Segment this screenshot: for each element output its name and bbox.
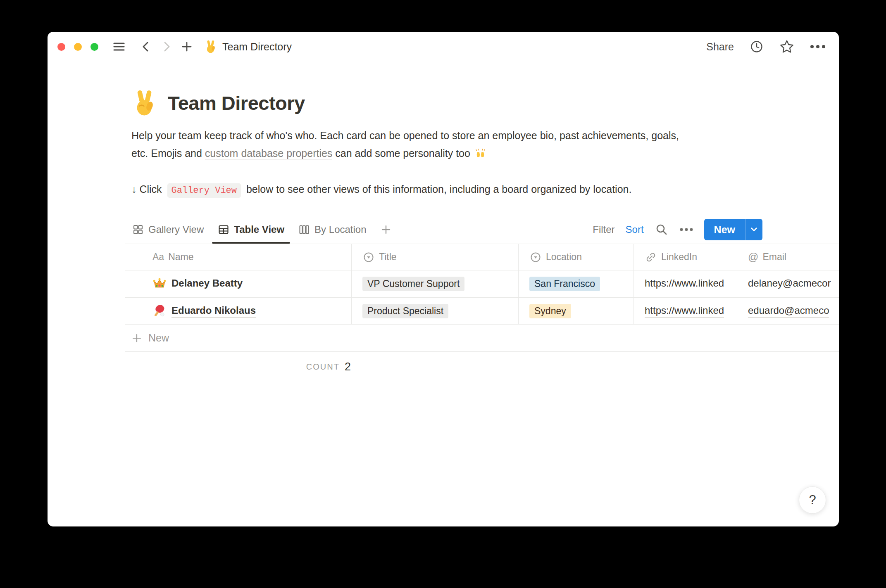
select-property-icon — [529, 251, 542, 263]
victory-hand-emoji[interactable] — [131, 90, 158, 116]
view-toolbar: Filter Sort New — [593, 219, 839, 240]
new-record-button[interactable]: New — [704, 219, 762, 240]
tip-code: Gallery View — [167, 183, 241, 198]
window-title: Team Directory — [222, 41, 292, 53]
share-button[interactable]: Share — [706, 41, 734, 53]
database-table: Aa Name Title Location LinkedIn — [125, 244, 839, 382]
column-label: Location — [546, 251, 582, 263]
views-bar: Gallery View Table View By Location Filt… — [125, 216, 839, 244]
name-cell[interactable]: Eduardo Nikolaus — [125, 298, 352, 324]
add-view-icon[interactable] — [381, 224, 391, 235]
close-window-button[interactable] — [57, 43, 65, 51]
tab-table-view[interactable]: Table View — [218, 216, 284, 244]
down-arrow: ↓ — [131, 183, 137, 195]
tip-line: ↓ Click Gallery View below to see other … — [131, 180, 631, 200]
forward-icon[interactable] — [161, 41, 172, 52]
email-link[interactable]: eduardo@acmeco — [748, 305, 829, 318]
tab-label: Gallery View — [148, 224, 204, 235]
column-label: Email — [762, 251, 786, 263]
record-name-link[interactable]: Eduardo Nikolaus — [171, 305, 256, 318]
column-label: Name — [168, 251, 193, 263]
help-button[interactable]: ? — [799, 486, 826, 514]
title-tag: VP Customer Support — [362, 277, 464, 291]
tab-by-location[interactable]: By Location — [298, 216, 366, 244]
help-icon: ? — [809, 493, 816, 507]
more-icon[interactable] — [810, 44, 826, 49]
search-icon[interactable] — [655, 223, 669, 237]
name-cell[interactable]: Delaney Beatty — [125, 270, 352, 297]
link-property-icon — [645, 251, 657, 263]
titlebar: Team Directory Share — [48, 32, 839, 62]
view-options-icon[interactable] — [679, 228, 693, 232]
at-property-icon: @ — [748, 251, 758, 263]
column-header-linkedin[interactable]: LinkedIn — [634, 244, 737, 270]
count-value: 2 — [345, 360, 351, 373]
column-header-name[interactable]: Aa Name — [125, 244, 352, 270]
email-link[interactable]: delaney@acmecor — [748, 277, 831, 290]
star-icon[interactable] — [779, 39, 794, 54]
table-view-icon — [218, 224, 229, 235]
description-link[interactable]: custom database properties — [205, 147, 333, 159]
count-row[interactable]: COUNT 2 — [125, 352, 352, 382]
record-name-link[interactable]: Delaney Beatty — [171, 277, 243, 290]
traffic-lights — [57, 43, 98, 51]
select-property-icon — [362, 251, 375, 263]
gallery-view-icon — [132, 224, 144, 235]
linkedin-link[interactable]: https://www.linked — [645, 305, 724, 318]
linkedin-cell[interactable]: https://www.linked — [634, 298, 737, 324]
table-row: Delaney Beatty VP Customer Support San F… — [125, 270, 839, 298]
page-header: Team Directory — [131, 90, 305, 116]
crown-emoji — [152, 277, 167, 291]
column-header-email[interactable]: @ Email — [737, 244, 839, 270]
raising-hands-emoji — [475, 148, 486, 159]
table-header-row: Aa Name Title Location LinkedIn — [125, 244, 839, 270]
add-row-label: New — [148, 332, 169, 344]
location-tag: San Francisco — [529, 277, 600, 291]
location-cell[interactable]: Sydney — [519, 298, 634, 324]
count-label: COUNT — [306, 362, 340, 372]
email-cell[interactable]: delaney@acmecor — [737, 270, 839, 297]
location-cell[interactable]: San Francisco — [519, 270, 634, 297]
ping-pong-emoji — [152, 304, 167, 318]
description-text-after: can add some personality too — [332, 147, 473, 159]
table-row: Eduardo Nikolaus Product Specialist Sydn… — [125, 298, 839, 325]
page-title: Team Directory — [168, 92, 305, 114]
title-cell[interactable]: VP Customer Support — [352, 270, 519, 297]
plus-icon — [131, 333, 142, 344]
new-record-button-label[interactable]: New — [704, 219, 745, 240]
location-tag: Sydney — [529, 304, 571, 318]
linkedin-link[interactable]: https://www.linked — [645, 277, 724, 290]
title-tag: Product Specialist — [362, 304, 448, 318]
clock-icon[interactable] — [750, 40, 764, 54]
minimize-window-button[interactable] — [74, 43, 82, 51]
app-window: Team Directory Share Team Direc — [48, 32, 839, 526]
sort-button[interactable]: Sort — [626, 224, 644, 235]
text-property-icon: Aa — [152, 251, 164, 263]
new-record-dropdown[interactable] — [745, 219, 762, 240]
board-view-icon — [298, 224, 310, 235]
filter-button[interactable]: Filter — [593, 224, 614, 235]
chevron-down-icon — [751, 228, 757, 232]
tab-gallery-view[interactable]: Gallery View — [132, 216, 204, 244]
tab-label: By Location — [314, 224, 366, 235]
column-label: LinkedIn — [661, 251, 697, 263]
page-description: Help your team keep track of who's who. … — [131, 127, 685, 162]
column-header-location[interactable]: Location — [519, 244, 634, 270]
column-label: Title — [379, 251, 397, 263]
add-row-button[interactable]: New — [125, 325, 839, 352]
zoom-window-button[interactable] — [91, 43, 98, 51]
tip-text: Click — [137, 183, 165, 195]
victory-hand-emoji — [204, 40, 217, 53]
hamburger-icon[interactable] — [112, 40, 126, 53]
new-tab-icon[interactable] — [181, 41, 193, 52]
view-tabs: Gallery View Table View By Location — [125, 216, 391, 244]
tab-label: Table View — [234, 224, 284, 235]
tip-text-after: below to see other views of this informa… — [243, 183, 631, 195]
back-icon[interactable] — [141, 41, 151, 52]
email-cell[interactable]: eduardo@acmeco — [737, 298, 839, 324]
title-cell[interactable]: Product Specialist — [352, 298, 519, 324]
column-header-title[interactable]: Title — [352, 244, 519, 270]
linkedin-cell[interactable]: https://www.linked — [634, 270, 737, 297]
